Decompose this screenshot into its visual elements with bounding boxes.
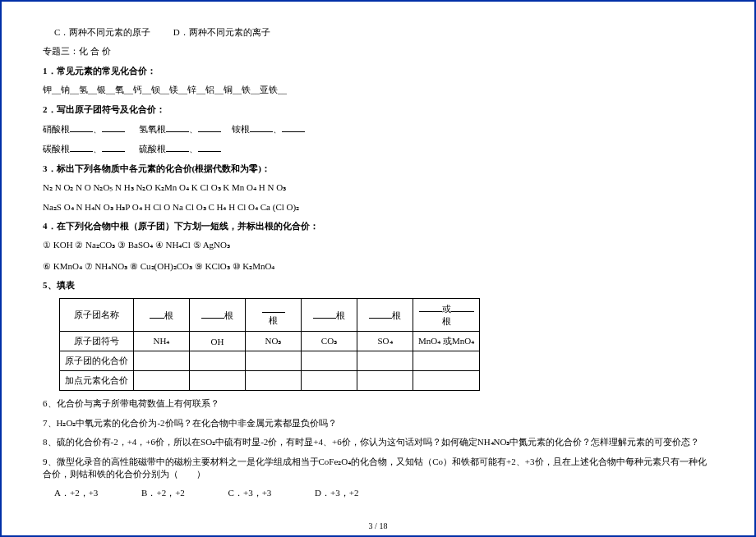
dot-4	[302, 371, 357, 391]
th-4: 根	[302, 299, 357, 332]
q5-table: 原子团名称 根 根 根 根 根 或根 原子团符号 NH₄ OH NO₃ CO₃ …	[59, 298, 480, 391]
q3-heading: 3．标出下列各物质中各元素的化合价(根据代数和为零)：	[43, 163, 713, 175]
page: C．两种不同元素的原子 D．两种不同元素的离子 专题三：化 合 价 1．常见元素…	[0, 0, 756, 537]
sym-3: NO₃	[246, 332, 302, 351]
val-6	[413, 351, 480, 371]
q2-line1: 硝酸根、 氢氧根、 铵根、	[43, 122, 713, 135]
val-4	[302, 351, 357, 371]
sym-4: CO₃	[302, 332, 357, 351]
q6: 6、化合价与离子所带电荷数值上有何联系？	[43, 397, 713, 410]
row-valence-label: 原子团的化合价	[60, 351, 134, 371]
val-1	[134, 351, 190, 371]
sym-2: OH	[190, 332, 246, 351]
q4-heading: 4．在下列化合物中根（原子团）下方划一短线，并标出根的化合价：	[43, 220, 713, 232]
q9-opt-a: A．+2，+3	[54, 487, 98, 499]
dot-6	[413, 371, 480, 391]
q2-l1-a: 硝酸根	[43, 124, 70, 134]
sym-6: MnO₄ 或MnO₄	[413, 332, 480, 351]
dot-3	[246, 371, 302, 391]
q1-elements: 钾__钠__氢__银__氧__钙__钡__镁__锌__铝__铜__铁__亚铁__	[43, 84, 713, 96]
table-row-symbol: 原子团符号 NH₄ OH NO₃ CO₃ SO₄ MnO₄ 或MnO₄	[60, 332, 480, 351]
val-2	[190, 351, 246, 371]
q2-line2: 碳酸根、 硫酸根、	[43, 142, 713, 155]
sym-5: SO₄	[357, 332, 413, 351]
th-1: 根	[134, 299, 190, 332]
option-c: C．两种不同元素的原子	[54, 27, 150, 37]
q9-opt-d: D．+3，+2	[315, 487, 358, 499]
q4-row2: ⑥ KMnO₄ ⑦ NH₄NO₃ ⑧ Cu₂(OH)₂CO₃ ⑨ KClO₃ ⑩…	[43, 260, 713, 273]
q9-opt-c: C．+3，+3	[228, 487, 272, 499]
th-5: 根	[357, 299, 413, 332]
q3-row2: Na₂S O₄ N H₄N O₃ H₃P O₄ H Cl O Na Cl O₃ …	[43, 201, 713, 213]
th-2: 根	[190, 299, 246, 332]
q1-heading: 1．常见元素的常见化合价：	[43, 65, 713, 77]
th-6: 或根	[413, 299, 480, 332]
q8: 8、硫的化合价有-2，+4，+6价，所以在SO₂中硫有时显-2价，有时显+4、+…	[43, 436, 713, 448]
q9-opt-b: B．+2，+2	[141, 487, 185, 499]
q3-row1: N₂ N O₂ N O N₂O₅ N H₃ N₂O K₂Mn O₄ K Cl O…	[43, 181, 713, 194]
option-d: D．两种不同元素的离子	[173, 27, 270, 37]
q2-heading: 2．写出原子团符号及化合价：	[43, 103, 713, 116]
th-name: 原子团名称	[60, 299, 134, 332]
q9-options: A．+2，+3 B．+2，+2 C．+3，+3 D．+3，+2	[43, 487, 713, 499]
table-row-valence: 原子团的化合价	[60, 351, 480, 371]
q2-l2-a: 碳酸根	[43, 144, 70, 154]
row-dotted-label: 加点元素化合价	[60, 371, 134, 391]
dot-1	[134, 371, 190, 391]
val-5	[357, 351, 413, 371]
dot-5	[357, 371, 413, 391]
sym-1: NH₄	[134, 332, 190, 351]
q2-l2-b: 硫酸根	[139, 144, 166, 154]
table-row-header: 原子团名称 根 根 根 根 根 或根	[60, 299, 480, 332]
dot-2	[190, 371, 246, 391]
row-symbol-label: 原子团符号	[60, 332, 134, 351]
th-3: 根	[246, 299, 302, 332]
top-options: C．两种不同元素的原子 D．两种不同元素的离子	[43, 26, 713, 39]
val-3	[246, 351, 302, 371]
q2-l1-b: 氢氧根	[139, 124, 166, 134]
table-row-dotted: 加点元素化合价	[60, 371, 480, 391]
topic3-title: 专题三：化 合 价	[43, 45, 713, 57]
q9-text: 9、微型化录音的高性能磁带中的磁粉主要材料之一是化学组成相当于CoFe₂O₄的化…	[43, 456, 713, 481]
q4-row1: ① KOH ② Na₂CO₃ ③ BaSO₄ ④ NH₄Cl ⑤ AgNO₃	[43, 239, 713, 251]
q2-l1-c: 铵根	[232, 124, 250, 134]
page-footer: 3 / 18	[2, 521, 754, 530]
q7: 7、H₂O₂中氧元素的化合价为-2价吗？在化合物中非金属元素都显负价吗？	[43, 417, 713, 429]
q5-heading: 5、填表	[43, 279, 713, 291]
